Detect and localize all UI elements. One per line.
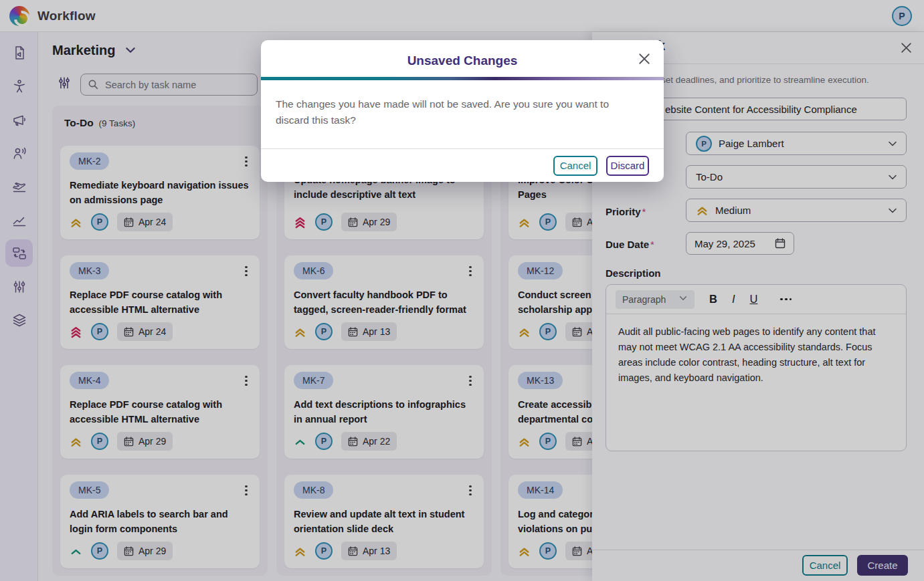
- dialog-cancel-button[interactable]: Cancel: [553, 156, 597, 176]
- workflow-app: Workflow P M: [0, 0, 924, 581]
- dialog-message: The changes you have made will not be sa…: [276, 96, 642, 128]
- close-icon[interactable]: [638, 53, 650, 68]
- unsaved-changes-dialog: Unsaved Changes The changes you have mad…: [261, 40, 664, 182]
- dialog-discard-button[interactable]: Discard: [606, 156, 649, 176]
- dialog-title: Unsaved Changes: [261, 53, 664, 68]
- gradient-accent-bar: [261, 77, 664, 80]
